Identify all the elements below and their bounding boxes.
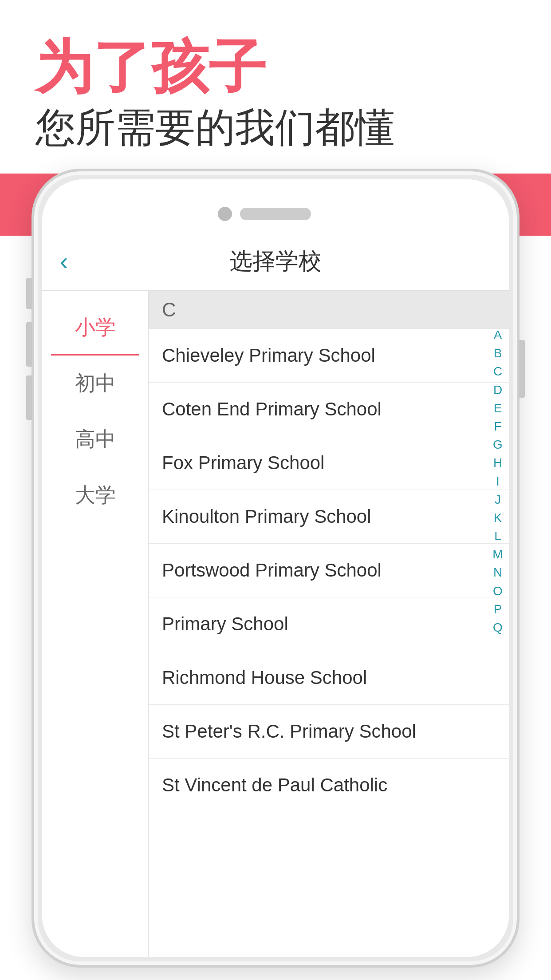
phone-silent-button: [26, 278, 32, 309]
phone-outer: ‹ 选择学校 小学 初中: [31, 169, 520, 968]
alpha-c[interactable]: C: [489, 363, 507, 380]
phone-volume-up-button: [26, 322, 32, 367]
list-item[interactable]: Richmond House School: [149, 651, 509, 705]
app-screen: ‹ 选择学校 小学 初中: [42, 233, 509, 957]
sub-title: 您所需要的我们都懂: [35, 103, 516, 151]
alpha-p[interactable]: P: [489, 601, 507, 618]
sidebar-item-university[interactable]: 大学: [42, 467, 148, 523]
alpha-k[interactable]: K: [489, 509, 507, 526]
phone-power-button: [519, 340, 525, 398]
phone-speaker: [240, 208, 311, 220]
list-item[interactable]: Kinoulton Primary School: [149, 490, 509, 544]
list-item[interactable]: St Peter's R.C. Primary School: [149, 705, 509, 759]
phone-mockup: ‹ 选择学校 小学 初中: [31, 169, 520, 968]
sidebar-item-elementary[interactable]: 小学: [42, 300, 148, 356]
header-section: 为了孩子 您所需要的我们都懂: [0, 0, 551, 165]
list-item[interactable]: Fox Primary School: [149, 436, 509, 490]
alpha-e[interactable]: E: [489, 399, 507, 417]
alpha-d[interactable]: D: [489, 381, 507, 399]
app-sidebar: 小学 初中 高中 大学: [42, 291, 149, 957]
main-title: 为了孩子: [35, 36, 516, 99]
alpha-q[interactable]: Q: [489, 619, 507, 636]
list-item[interactable]: Chieveley Primary School: [149, 329, 509, 383]
alpha-h[interactable]: H: [489, 454, 507, 471]
phone-notch-area: [42, 179, 509, 233]
alpha-j[interactable]: J: [489, 491, 507, 508]
app-header: ‹ 选择学校: [42, 233, 509, 291]
section-header-c: C: [149, 291, 509, 329]
list-item[interactable]: Portswood Primary School: [149, 544, 509, 597]
alpha-m[interactable]: M: [489, 545, 507, 563]
alpha-b[interactable]: B: [489, 344, 507, 362]
list-item[interactable]: Primary School: [149, 597, 509, 651]
screen-title: 选择学校: [229, 246, 322, 277]
app-content: 小学 初中 高中 大学: [42, 291, 509, 957]
alpha-o[interactable]: O: [489, 582, 507, 600]
back-button[interactable]: ‹: [60, 247, 68, 276]
alpha-g[interactable]: G: [489, 436, 507, 453]
list-item[interactable]: St Vincent de Paul Catholic: [149, 759, 509, 812]
sidebar-item-middle[interactable]: 初中: [42, 356, 148, 411]
alphabet-index: A B C D E F G H I J K L: [487, 291, 509, 636]
alpha-l[interactable]: L: [489, 527, 507, 545]
alpha-i[interactable]: I: [489, 473, 507, 490]
school-list[interactable]: C Chieveley Primary School Coten End Pri…: [149, 291, 509, 957]
page-wrapper: 为了孩子 您所需要的我们都懂 精准海外学区房: [0, 0, 551, 980]
list-item[interactable]: Coten End Primary School: [149, 383, 509, 436]
sidebar-item-high[interactable]: 高中: [42, 411, 148, 467]
alpha-n[interactable]: N: [489, 564, 507, 581]
alpha-a[interactable]: A: [489, 326, 507, 344]
phone-volume-down-button: [26, 375, 32, 420]
phone-screen: ‹ 选择学校 小学 初中: [42, 179, 509, 957]
alpha-f[interactable]: F: [489, 418, 507, 435]
phone-camera: [218, 207, 232, 221]
